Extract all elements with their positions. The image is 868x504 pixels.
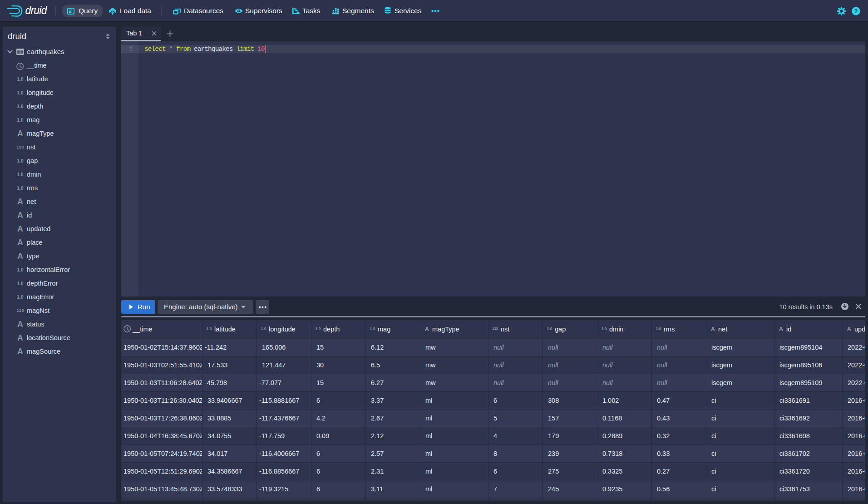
svg-text:?: ? (854, 8, 858, 15)
